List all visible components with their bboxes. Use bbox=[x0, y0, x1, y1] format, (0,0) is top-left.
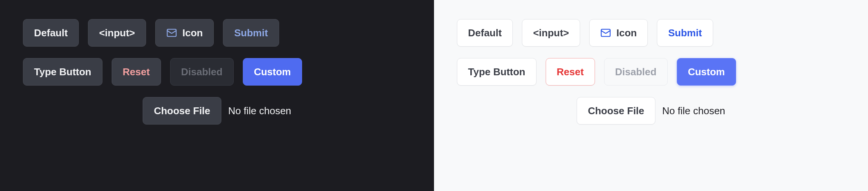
file-status-text: No file chosen bbox=[228, 105, 291, 117]
button-row-1: Default <input> Icon Submit bbox=[23, 19, 411, 47]
file-input-group: Choose File No file chosen bbox=[577, 97, 725, 125]
svg-rect-1 bbox=[601, 29, 610, 37]
icon-button-label: Icon bbox=[616, 27, 637, 39]
custom-button[interactable]: Custom bbox=[677, 58, 736, 86]
input-button[interactable]: <input> bbox=[522, 19, 580, 47]
file-input-group: Choose File No file chosen bbox=[143, 97, 291, 125]
choose-file-button[interactable]: Choose File bbox=[143, 97, 221, 125]
file-row: Choose File No file chosen bbox=[23, 97, 411, 125]
submit-button[interactable]: Submit bbox=[657, 19, 713, 47]
file-status-text: No file chosen bbox=[662, 105, 725, 117]
svg-rect-0 bbox=[167, 29, 176, 37]
type-button[interactable]: Type Button bbox=[457, 58, 536, 86]
submit-button[interactable]: Submit bbox=[223, 19, 279, 47]
button-row-1: Default <input> Icon Submit bbox=[457, 19, 845, 47]
light-theme-panel: Default <input> Icon Submit Type Button … bbox=[434, 0, 868, 191]
reset-button[interactable]: Reset bbox=[546, 58, 595, 86]
icon-button-label: Icon bbox=[182, 27, 203, 39]
type-button[interactable]: Type Button bbox=[23, 58, 102, 86]
button-row-2: Type Button Reset Disabled Custom bbox=[457, 58, 845, 86]
mail-icon bbox=[600, 28, 611, 38]
icon-button[interactable]: Icon bbox=[589, 19, 648, 47]
icon-button[interactable]: Icon bbox=[155, 19, 214, 47]
input-button[interactable]: <input> bbox=[88, 19, 146, 47]
reset-button[interactable]: Reset bbox=[112, 58, 161, 86]
choose-file-button[interactable]: Choose File bbox=[577, 97, 655, 125]
default-button[interactable]: Default bbox=[23, 19, 79, 47]
mail-icon bbox=[166, 28, 177, 38]
disabled-button: Disabled bbox=[170, 58, 234, 86]
file-row: Choose File No file chosen bbox=[457, 97, 845, 125]
default-button[interactable]: Default bbox=[457, 19, 513, 47]
button-row-2: Type Button Reset Disabled Custom bbox=[23, 58, 411, 86]
custom-button[interactable]: Custom bbox=[243, 58, 302, 86]
dark-theme-panel: Default <input> Icon Submit Type Button … bbox=[0, 0, 434, 191]
disabled-button: Disabled bbox=[604, 58, 668, 86]
